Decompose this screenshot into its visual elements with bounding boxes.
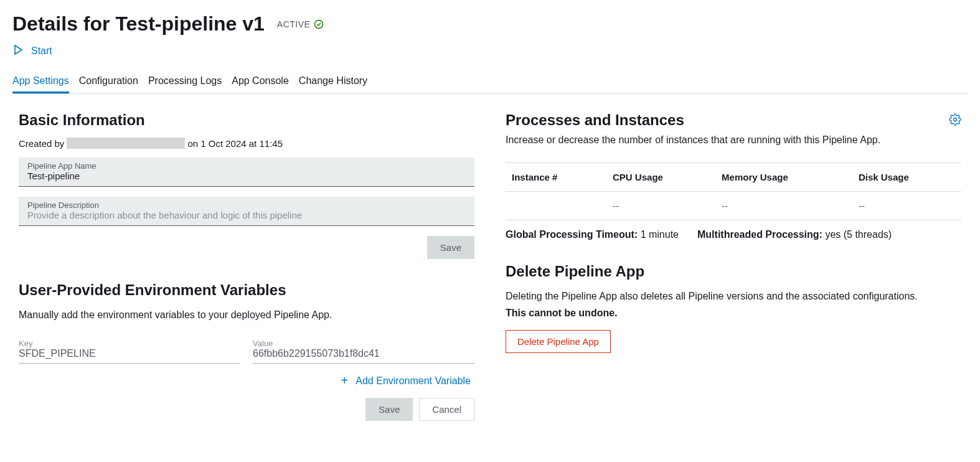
- processes-subtitle: Increase or decrease the number of insta…: [506, 133, 961, 148]
- status-badge: ACTIVE: [277, 19, 324, 29]
- created-suffix: on 1 Oct 2024 at 11:45: [187, 138, 283, 149]
- pipeline-name-value: Test-pipeline: [27, 171, 466, 181]
- multithread-label: Multithreaded Processing:: [697, 229, 822, 240]
- page-title: Details for Test-pipeline v1: [12, 12, 265, 35]
- status-text: ACTIVE: [277, 19, 311, 29]
- play-icon: [12, 44, 24, 58]
- created-by-line: Created by on 1 Oct 2024 at 11:45: [19, 138, 474, 149]
- basic-save-button[interactable]: Save: [427, 236, 474, 259]
- multithread-info: Multithreaded Processing: yes (5 threads…: [697, 229, 892, 240]
- multithread-value: yes (5 threads): [825, 229, 892, 240]
- basic-info-title: Basic Information: [19, 111, 474, 129]
- processes-title: Processes and Instances: [506, 111, 684, 129]
- start-button[interactable]: Start: [12, 44, 52, 58]
- env-key-label: Key: [19, 339, 240, 348]
- env-value-value: 66fbb6b229155073b1f8dc41: [253, 348, 474, 359]
- timeout-value: 1 minute: [641, 229, 679, 240]
- tab-change-history[interactable]: Change History: [299, 70, 367, 93]
- env-vars-title: User-Provided Environment Variables: [19, 281, 474, 299]
- delete-button[interactable]: Delete Pipeline App: [506, 330, 611, 353]
- svg-point-1: [954, 118, 957, 121]
- created-by-redacted: [67, 138, 185, 149]
- col-memory: Memory Usage: [715, 163, 852, 192]
- env-value-label: Value: [253, 339, 474, 348]
- pipeline-name-field[interactable]: Pipeline App Name Test-pipeline: [19, 158, 474, 187]
- add-env-var-label: Add Environment Variable: [356, 375, 471, 387]
- tab-app-console[interactable]: App Console: [232, 70, 289, 93]
- pipeline-desc-label: Pipeline Description: [27, 200, 466, 210]
- plus-icon: +: [341, 374, 349, 388]
- env-key-field[interactable]: Key SFDE_PIPELINE: [19, 337, 240, 364]
- tabs: App Settings Configuration Processing Lo…: [12, 70, 968, 94]
- instances-table: Instance # CPU Usage Memory Usage Disk U…: [506, 163, 961, 220]
- env-key-value: SFDE_PIPELINE: [19, 348, 240, 359]
- timeout-label: Global Processing Timeout:: [506, 229, 638, 240]
- env-save-button[interactable]: Save: [365, 398, 413, 421]
- cell-memory: --: [715, 192, 852, 220]
- cell-instance: [506, 192, 606, 220]
- env-vars-subtitle: Manually add the environment variables t…: [19, 308, 474, 323]
- created-prefix: Created by: [19, 138, 64, 149]
- col-cpu: CPU Usage: [606, 163, 715, 192]
- pipeline-name-label: Pipeline App Name: [27, 161, 466, 171]
- cell-cpu: --: [606, 192, 715, 220]
- delete-warn: This cannot be undone.: [506, 308, 961, 319]
- gear-icon[interactable]: [949, 113, 961, 128]
- table-row: -- -- --: [506, 192, 961, 220]
- delete-desc: Deleting the Pipeline App also deletes a…: [506, 289, 961, 304]
- cell-disk: --: [852, 192, 961, 220]
- tab-processing-logs[interactable]: Processing Logs: [148, 70, 222, 93]
- env-value-field[interactable]: Value 66fbb6b229155073b1f8dc41: [253, 337, 474, 364]
- pipeline-desc-placeholder: Provide a description about the behaviou…: [27, 210, 466, 220]
- col-disk: Disk Usage: [852, 163, 961, 192]
- env-cancel-button[interactable]: Cancel: [419, 398, 474, 421]
- timeout-info: Global Processing Timeout: 1 minute: [506, 229, 679, 240]
- start-label: Start: [31, 45, 52, 57]
- tab-configuration[interactable]: Configuration: [79, 70, 138, 93]
- delete-title: Delete Pipeline App: [506, 263, 961, 280]
- tab-app-settings[interactable]: App Settings: [12, 70, 69, 93]
- pipeline-desc-field[interactable]: Pipeline Description Provide a descripti…: [19, 197, 474, 226]
- check-icon: [314, 19, 324, 29]
- col-instance: Instance #: [506, 163, 606, 192]
- add-env-var-button[interactable]: + Add Environment Variable: [19, 374, 471, 388]
